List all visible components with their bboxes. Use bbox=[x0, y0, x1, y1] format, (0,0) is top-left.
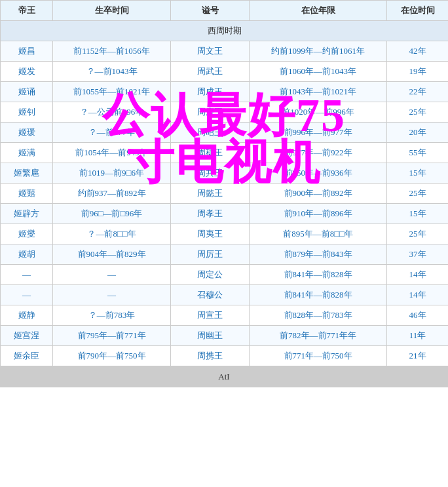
table-cell: 周携王 bbox=[171, 346, 250, 366]
col-header-emperor: 帝王 bbox=[1, 1, 53, 21]
table-cell: 召穆公 bbox=[171, 285, 250, 305]
main-container: 帝王 生卒时间 谥号 在位年限 在位时间 西周时期姬昌前1152年—前1056年… bbox=[0, 0, 448, 366]
table-cell: 前910年—前896年 bbox=[250, 204, 387, 224]
table-cell: 姬辟方 bbox=[1, 204, 53, 224]
table-cell: 前879年—前843年 bbox=[250, 244, 387, 265]
table-row: 姬繁扈前1019—前9□6年周共王前950年—前936年15年 bbox=[1, 163, 449, 184]
table-cell: 周夷王 bbox=[171, 224, 250, 244]
table-cell: 前1043年—前1021年 bbox=[250, 82, 387, 102]
table-cell: 周厉王 bbox=[171, 244, 250, 265]
table-cell: 前950年—前936年 bbox=[250, 163, 387, 184]
table-cell: 20年 bbox=[387, 123, 449, 143]
table-cell: 25年 bbox=[387, 184, 449, 204]
table-row: 姬胡前904年—前829年周厉王前879年—前843年37年 bbox=[1, 244, 449, 265]
table-row: 姬辟方前96□—前□96年周孝王前910年—前896年15年 bbox=[1, 204, 449, 224]
table-row: 姬静？—前783年周宣王前828年—前783年46年 bbox=[1, 305, 449, 326]
table-cell: 前1019—前9□6年 bbox=[53, 163, 171, 184]
table-cell: 前1055年—前1021年 bbox=[53, 82, 171, 102]
table-cell: 周懿王 bbox=[171, 184, 250, 204]
table-row: ——周定公前841年—前828年14年 bbox=[1, 265, 449, 285]
table-cell: 周武王 bbox=[171, 62, 250, 82]
table-row: 姬瑗？—前977年周昭王前996年—前977年20年 bbox=[1, 123, 449, 143]
table-cell: 15年 bbox=[387, 163, 449, 184]
table-cell: 周文王 bbox=[171, 41, 250, 62]
table-cell: 前96□—前□96年 bbox=[53, 204, 171, 224]
table-header-row: 帝王 生卒时间 谥号 在位年限 在位时间 bbox=[1, 1, 449, 21]
table-cell: 前795年—前771年 bbox=[53, 326, 171, 346]
table-cell: 前841年—前828年 bbox=[250, 265, 387, 285]
table-cell: — bbox=[53, 285, 171, 305]
table-cell: 周昭王 bbox=[171, 123, 250, 143]
table-cell: 姬繁扈 bbox=[1, 163, 53, 184]
table-cell: 22年 bbox=[387, 82, 449, 102]
table-cell: ？—前1043年 bbox=[53, 62, 171, 82]
table-cell: ？—公元前996年 bbox=[53, 102, 171, 123]
table-row: 姬昌前1152年—前1056年周文王约前1099年—约前1061年42年 bbox=[1, 41, 449, 62]
table-cell: 周康王 bbox=[171, 102, 250, 123]
table-cell: 周定公 bbox=[171, 265, 250, 285]
table-cell: 55年 bbox=[387, 143, 449, 163]
table-cell: 14年 bbox=[387, 285, 449, 305]
table-cell: 42年 bbox=[387, 41, 449, 62]
table-row: ——召穆公前841年—前828年14年 bbox=[1, 285, 449, 305]
table-row: 姬发？—前1043年周武王前1060年—前1043年19年 bbox=[1, 62, 449, 82]
table-cell: 周宣王 bbox=[171, 305, 250, 326]
table-cell: 前1152年—前1056年 bbox=[53, 41, 171, 62]
table-cell: 姬囏 bbox=[1, 184, 53, 204]
table-row: 姬宫涅前795年—前771年周幽王前782年—前771年年11年 bbox=[1, 326, 449, 346]
table-cell: 姬宫涅 bbox=[1, 326, 53, 346]
table-cell: 前900年—前892年 bbox=[250, 184, 387, 204]
table-cell: 前841年—前828年 bbox=[250, 285, 387, 305]
table-cell: ？—前783年 bbox=[53, 305, 171, 326]
table-cell: 周成王 bbox=[171, 82, 250, 102]
table-cell: 姬余臣 bbox=[1, 346, 53, 366]
table-cell: 姬瑗 bbox=[1, 123, 53, 143]
table-cell: 周穆王 bbox=[171, 143, 250, 163]
table-cell: — bbox=[1, 285, 53, 305]
table-row: 姬满前1054年—前949年周穆王前977年—前922年55年 bbox=[1, 143, 449, 163]
table-cell: 姬燮 bbox=[1, 224, 53, 244]
table-cell: 前782年—前771年年 bbox=[250, 326, 387, 346]
table-cell: 约前1099年—约前1061年 bbox=[250, 41, 387, 62]
table-cell: 37年 bbox=[387, 244, 449, 265]
section-header-row: 西周时期 bbox=[1, 21, 449, 41]
table-cell: 前790年—前750年 bbox=[53, 346, 171, 366]
table-cell: 11年 bbox=[387, 326, 449, 346]
col-header-posthumous: 谥号 bbox=[171, 1, 250, 21]
table-cell: 姬胡 bbox=[1, 244, 53, 265]
table-cell: 姬静 bbox=[1, 305, 53, 326]
table-cell: 前996年—前977年 bbox=[250, 123, 387, 143]
bottom-bar-text: AtI bbox=[218, 372, 229, 381]
table-cell: 14年 bbox=[387, 265, 449, 285]
table-cell: 前895年—前8□□年 bbox=[250, 224, 387, 244]
table-cell: 前977年—前922年 bbox=[250, 143, 387, 163]
table-cell: 周幽王 bbox=[171, 326, 250, 346]
table-cell: — bbox=[53, 265, 171, 285]
section-header-cell: 西周时期 bbox=[1, 21, 449, 41]
table-cell: 25年 bbox=[387, 102, 449, 123]
table-cell: — bbox=[1, 265, 53, 285]
table-row: 姬诵前1055年—前1021年周成王前1043年—前1021年22年 bbox=[1, 82, 449, 102]
bottom-bar: AtI bbox=[0, 366, 448, 387]
table-cell: 周共王 bbox=[171, 163, 250, 184]
table-cell: 约前937—前892年 bbox=[53, 184, 171, 204]
table-cell: ？—前977年 bbox=[53, 123, 171, 143]
table-cell: 姬满 bbox=[1, 143, 53, 163]
table-cell: 15年 bbox=[387, 204, 449, 224]
table-cell: ？—前8□□年 bbox=[53, 224, 171, 244]
table-row: 姬钊？—公元前996年周康王前1020年—前996年25年 bbox=[1, 102, 449, 123]
table-cell: 前828年—前783年 bbox=[250, 305, 387, 326]
table-cell: 前1054年—前949年 bbox=[53, 143, 171, 163]
table-cell: 前771年—前750年 bbox=[250, 346, 387, 366]
table-cell: 前904年—前829年 bbox=[53, 244, 171, 265]
table-cell: 25年 bbox=[387, 224, 449, 244]
col-header-reign-duration: 在位时间 bbox=[387, 1, 449, 21]
col-header-lifespan: 生卒时间 bbox=[53, 1, 171, 21]
table-cell: 姬昌 bbox=[1, 41, 53, 62]
table-cell: 周孝王 bbox=[171, 204, 250, 224]
table-row: 姬囏约前937—前892年周懿王前900年—前892年25年 bbox=[1, 184, 449, 204]
table-row: 姬燮？—前8□□年周夷王前895年—前8□□年25年 bbox=[1, 224, 449, 244]
table-cell: 前1060年—前1043年 bbox=[250, 62, 387, 82]
table-cell: 19年 bbox=[387, 62, 449, 82]
col-header-reign-period: 在位年限 bbox=[250, 1, 387, 21]
